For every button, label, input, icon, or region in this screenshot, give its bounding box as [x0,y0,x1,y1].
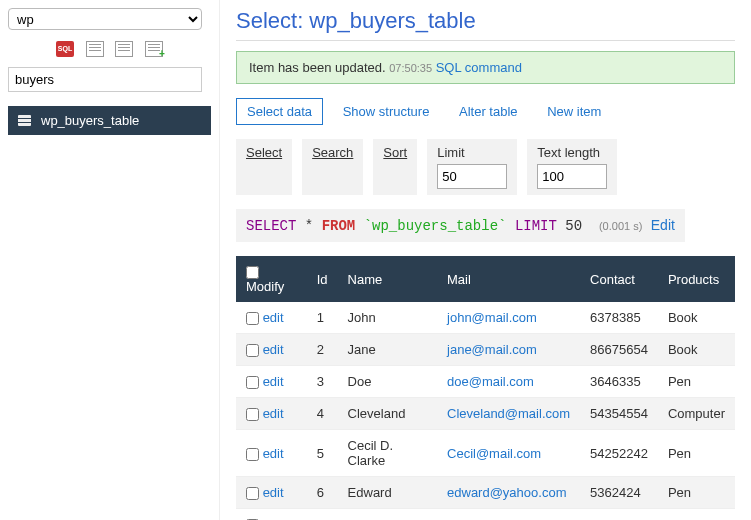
sidebar: wp SQL wp_buyers_table [0,0,220,520]
table-row: edit4ClevelandCleveland@mail.com54354554… [236,398,735,430]
mail-link[interactable]: Cecil@mail.com [447,446,541,461]
edit-link[interactable]: edit [263,446,284,461]
cell-contact: 5362424 [580,477,658,509]
th-id[interactable]: Id [307,256,338,302]
limit-input[interactable] [437,164,507,189]
cell-id: 5 [307,430,338,477]
cell-id: 3 [307,366,338,398]
tabs: Select data Show structure Alter table N… [236,98,735,125]
sidebar-table-label: wp_buyers_table [41,113,139,128]
cell-contact: 6378385 [580,302,658,334]
cell-mail: Cleveland@mail.com [437,398,580,430]
row-checkbox[interactable] [246,344,259,357]
sql-edit-link[interactable]: Edit [651,217,675,233]
notice: Item has been updated. 07:50:35 SQL comm… [236,51,735,84]
cell-id: 7 [307,509,338,520]
cell-contact: 54252242 [580,430,658,477]
table-row: edit7Binglebingle@mail.com42424243Book [236,509,735,520]
table-row: edit2Janejane@mail.com86675654Book [236,334,735,366]
fieldset-limit-label: Limit [437,145,507,160]
table-row: edit6Edwardedward@yahoo.com5362424Pen [236,477,735,509]
cell-id: 6 [307,477,338,509]
textlength-input[interactable] [537,164,607,189]
cell-name: Cecil D. Clarke [338,430,437,477]
sidebar-table-item[interactable]: wp_buyers_table [8,106,211,135]
fieldset-search-label[interactable]: Search [312,145,353,160]
sql-time: (0.001 s) [599,220,642,232]
edit-link[interactable]: edit [263,342,284,357]
cell-name: Bingle [338,509,437,520]
sidebar-toolbar: SQL [8,40,211,57]
cell-mail: edward@yahoo.com [437,477,580,509]
cell-name: Cleveland [338,398,437,430]
sql-limit-kw: LIMIT [515,218,557,234]
edit-link[interactable]: edit [263,310,284,325]
row-checkbox[interactable] [246,487,259,500]
cell-products: Pen [658,366,735,398]
sql-star: * [305,218,313,234]
main: Select: wp_buyers_table Item has been up… [220,0,751,520]
edit-link[interactable]: edit [263,374,284,389]
row-checkbox[interactable] [246,312,259,325]
tab-alter-table[interactable]: Alter table [449,99,528,124]
fieldset-select-label[interactable]: Select [246,145,282,160]
sql-from-kw: FROM [322,218,356,234]
export-icon[interactable] [115,41,133,57]
cell-name: Doe [338,366,437,398]
create-icon[interactable] [145,41,163,57]
th-contact[interactable]: Contact [580,256,658,302]
mail-link[interactable]: jane@mail.com [447,342,537,357]
cell-products: Book [658,509,735,520]
fieldset-textlength: Text length [527,139,617,195]
notice-link[interactable]: SQL command [436,60,522,75]
notice-text: Item has been updated. [249,60,386,75]
tab-show-structure[interactable]: Show structure [333,99,440,124]
mail-link[interactable]: john@mail.com [447,310,537,325]
table-row: edit3Doedoe@mail.com3646335Pen [236,366,735,398]
select-all-checkbox[interactable] [246,266,259,279]
fieldsets: Select Search Sort Limit Text length [236,139,735,195]
database-select[interactable]: wp [8,8,202,30]
row-checkbox[interactable] [246,408,259,421]
table-row: edit5Cecil D. ClarkeCecil@mail.com542522… [236,430,735,477]
sql-icon[interactable]: SQL [56,41,74,57]
cell-products: Computer [658,398,735,430]
cell-contact: 42424243 [580,509,658,520]
cell-mail: bingle@mail.com [437,509,580,520]
th-mail[interactable]: Mail [437,256,580,302]
cell-mail: john@mail.com [437,302,580,334]
cell-id: 1 [307,302,338,334]
search-input[interactable] [8,67,202,92]
table-header-row: Modify Id Name Mail Contact Products [236,256,735,302]
row-checkbox[interactable] [246,376,259,389]
cell-products: Book [658,334,735,366]
import-icon[interactable] [86,41,104,57]
fieldset-sort-label[interactable]: Sort [383,145,407,160]
page-title: Select: wp_buyers_table [236,8,735,41]
fieldset-select: Select [236,139,292,195]
row-checkbox[interactable] [246,448,259,461]
th-products[interactable]: Products [658,256,735,302]
sql-select-kw: SELECT [246,218,296,234]
edit-link[interactable]: edit [263,485,284,500]
mail-link[interactable]: edward@yahoo.com [447,485,566,500]
cell-products: Book [658,302,735,334]
cell-products: Pen [658,477,735,509]
mail-link[interactable]: Cleveland@mail.com [447,406,570,421]
fieldset-search: Search [302,139,363,195]
sql-limit-val: 50 [565,218,582,234]
fieldset-limit: Limit [427,139,517,195]
mail-link[interactable]: doe@mail.com [447,374,534,389]
cell-name: John [338,302,437,334]
cell-name: Edward [338,477,437,509]
data-table: Modify Id Name Mail Contact Products edi… [236,256,735,520]
cell-products: Pen [658,430,735,477]
cell-contact: 54354554 [580,398,658,430]
edit-link[interactable]: edit [263,406,284,421]
cell-id: 4 [307,398,338,430]
th-name[interactable]: Name [338,256,437,302]
tab-new-item[interactable]: New item [537,99,611,124]
tab-select-data[interactable]: Select data [236,98,323,125]
cell-contact: 86675654 [580,334,658,366]
notice-time: 07:50:35 [389,62,432,74]
